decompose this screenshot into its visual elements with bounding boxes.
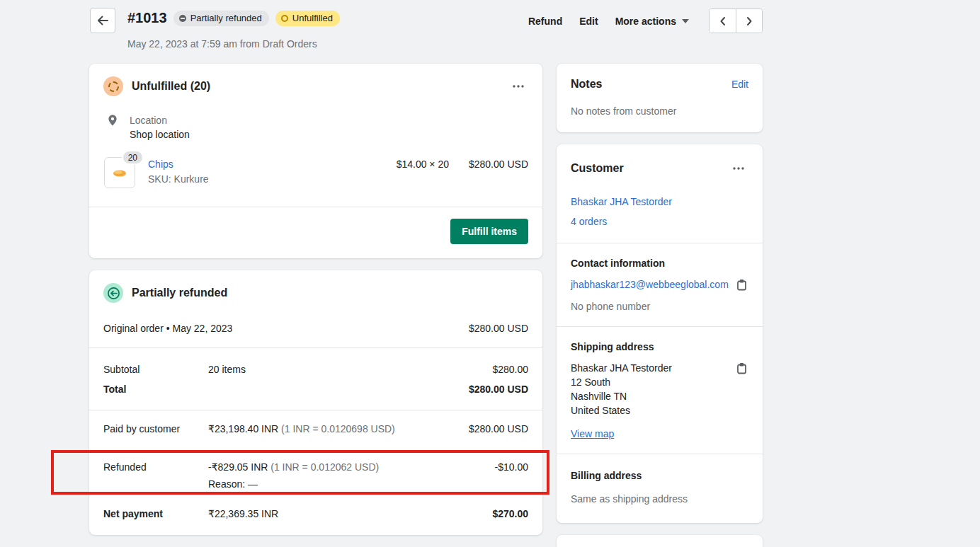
payment-card-title: Partially refunded (132, 287, 227, 299)
customer-email-link[interactable]: jhabhaskar123@webbeeglobal.com (571, 277, 730, 292)
copy-email-button[interactable] (734, 277, 748, 292)
paid-amount-inr: ₹23,198.40 INR (208, 423, 278, 434)
subtotal-detail: 20 items (208, 359, 492, 379)
notes-card: Notes Edit No notes from customer (557, 64, 763, 132)
refunded-section: Refunded -₹829.05 INR (1 INR = 0.012062 … (89, 447, 542, 497)
shipping-address-title: Shipping address (571, 340, 748, 354)
paid-section: Paid by customer ₹23,198.40 INR (1 INR =… (89, 410, 542, 447)
total-label: Total (103, 379, 208, 399)
line-item-row: 20 Chips SKU: Kurkure $14.00 × 20 $280.0… (89, 142, 542, 207)
contact-section: Contact information jhabhaskar123@webbee… (557, 243, 763, 326)
status-badge-payment: Partially refunded (173, 11, 269, 26)
chevron-right-icon (744, 16, 754, 26)
side-column: Notes Edit No notes from customer Custom… (557, 64, 763, 547)
page-title: #1013 (127, 10, 167, 26)
no-phone-text: No phone number (571, 299, 748, 313)
view-map-link[interactable]: View map (571, 427, 614, 441)
order-pagination (709, 8, 763, 33)
ring-icon (281, 15, 288, 22)
net-payment-section: Net payment ₹22,369.35 INR $270.00 (89, 497, 542, 535)
previous-order-button[interactable] (710, 9, 736, 33)
half-disc-icon (179, 15, 186, 22)
map-pin-icon (106, 113, 119, 142)
refund-reason-row: Reason: — (103, 477, 528, 491)
unit-price: $14.00 × 20 (397, 157, 449, 171)
fulfillment-card-menu-button[interactable] (508, 76, 528, 96)
fulfillment-card-title: Unfulfilled (20) (132, 80, 210, 93)
line-total: $280.00 USD (449, 157, 528, 171)
fulfill-items-button[interactable]: Fulfill items (450, 219, 528, 244)
address-line: 12 South (571, 375, 734, 389)
total-row: Total $280.00 USD (103, 379, 528, 399)
back-button[interactable] (90, 8, 115, 33)
customer-name-link[interactable]: Bhaskar JHA Testorder (571, 195, 748, 209)
billing-address-text: Same as shipping address (571, 492, 748, 506)
refunded-exchange-note: (1 INR = 0.012062 USD) (270, 461, 379, 473)
net-payment-row: Net payment ₹22,369.35 INR $270.00 (103, 507, 528, 521)
location-text: Location Shop location (130, 113, 190, 142)
contact-title: Contact information (571, 256, 748, 270)
net-payment-label: Net payment (103, 507, 208, 521)
return-arrow-circle-icon (107, 287, 120, 300)
customer-section: Customer Bhaskar JHA Testorder 4 orders (557, 144, 763, 243)
payment-card-header: Partially refunded (89, 270, 542, 309)
fulfillment-card-header: Unfulfilled (20) (89, 64, 542, 102)
total-amount: $280.00 USD (469, 379, 528, 399)
customer-card-header: Customer (571, 159, 748, 178)
fulfillment-card: Unfulfilled (20) Location Shop location (89, 64, 542, 258)
order-date-subtitle: May 22, 2023 at 7:59 am from Draft Order… (127, 38, 317, 50)
clipboard-icon (734, 277, 748, 292)
customer-orders-link[interactable]: 4 orders (571, 214, 748, 229)
notes-card-header: Notes Edit (571, 78, 748, 91)
status-badge-payment-label: Partially refunded (190, 13, 262, 23)
customer-title: Customer (571, 162, 624, 175)
paid-by-customer-row: Paid by customer ₹23,198.40 INR (1 INR =… (103, 422, 528, 436)
caret-down-icon (682, 19, 689, 23)
order-title-group: #1013 Partially refunded Unfulfilled (127, 10, 340, 26)
paid-exchange-note: (1 INR = 0.0120698 USD) (281, 423, 395, 434)
product-link[interactable]: Chips (148, 157, 173, 171)
fulfillment-card-footer: Fulfill items (89, 207, 542, 258)
notes-title: Notes (571, 78, 602, 91)
customer-card-menu-button[interactable] (729, 159, 748, 178)
shipping-address-section: Shipping address Bhaskar JHA Testorder 1… (557, 327, 763, 454)
refunded-detail: -₹829.05 INR (1 INR = 0.012062 USD) (208, 460, 495, 474)
next-card-stub (557, 535, 763, 547)
notes-empty-text: No notes from customer (571, 104, 748, 118)
location-row: Location Shop location (89, 102, 542, 142)
order-detail-page: #1013 Partially refunded Unfulfilled May… (0, 0, 980, 547)
product-sku: SKU: Kurkure (148, 172, 397, 186)
paid-detail: ₹23,198.40 INR (1 INR = 0.0120698 USD) (208, 422, 469, 436)
net-payment-inr: ₹22,369.35 INR (208, 507, 492, 521)
shipping-address-row: Bhaskar JHA Testorder 12 South Nashville… (571, 361, 748, 418)
status-badge-fulfillment-label: Unfulfilled (292, 13, 333, 23)
product-info: Chips SKU: Kurkure (148, 157, 397, 186)
refunded-label: Refunded (103, 460, 208, 474)
product-thumbnail-wrap: 20 (104, 157, 135, 188)
notes-edit-link[interactable]: Edit (731, 79, 748, 90)
more-actions-button[interactable]: More actions (607, 10, 697, 33)
paid-label: Paid by customer (103, 422, 208, 436)
refunded-row: Refunded -₹829.05 INR (1 INR = 0.012062 … (103, 460, 528, 474)
partially-refunded-status-icon (103, 283, 123, 303)
copy-address-button[interactable] (734, 361, 748, 375)
payment-card: Partially refunded Original order • May … (89, 270, 542, 535)
next-order-button[interactable] (736, 9, 762, 33)
net-payment-usd: $270.00 (492, 507, 528, 521)
billing-address-title: Billing address (571, 468, 748, 483)
fulfillment-card-title-group: Unfulfilled (20) (103, 76, 210, 96)
arrow-left-icon (96, 13, 110, 28)
refund-reason: Reason: — (208, 477, 528, 491)
totals-section: Subtotal 20 items $280.00 Total $280.00 … (89, 348, 542, 410)
header-actions: Refund Edit More actions (520, 8, 763, 33)
email-row: jhabhaskar123@webbeeglobal.com (571, 277, 748, 292)
address-line: United States (571, 403, 734, 418)
edit-button[interactable]: Edit (571, 10, 606, 33)
dots-horizontal-icon (511, 79, 525, 93)
more-actions-label: More actions (615, 16, 676, 27)
subtotal-label: Subtotal (103, 359, 208, 379)
clipboard-icon (734, 361, 748, 375)
refund-button[interactable]: Refund (520, 10, 571, 33)
unfulfilled-status-icon (103, 76, 123, 96)
refunded-amount-usd: -$10.00 (495, 460, 528, 474)
